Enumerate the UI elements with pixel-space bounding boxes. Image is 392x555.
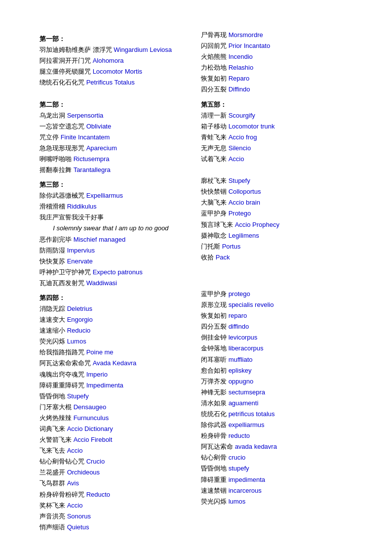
list-item: 给我指路指路咒 Poine me [39,347,191,358]
list-item: 原形立现 specialis revelio [201,299,353,310]
list-item: 收拾 Pack [201,252,353,263]
marauders-oath: I solemnly swear that I am up to no good [39,223,191,234]
list-item: 飞鸟群群 Avis [39,478,191,489]
list-item: 火焰熊熊 Incendio [201,51,353,62]
list-item: 倒挂金钟 levicorpus [201,332,353,343]
list-item: 火烤热辣辣 Furnunculus [39,413,191,424]
list-item: 腿立僵停死锁腿咒 Locomotor Mortis [39,66,191,77]
list-item: 尸骨再现 Morsmordre [201,30,353,41]
list-item: 滑稽滑稽 Riddikulus [39,201,191,212]
list-item: 恢复如初 reparo [201,310,353,321]
list-item: 粉身碎骨粉碎咒 Reducto [39,489,191,500]
list-item: 廓杖飞来 Stupefy [201,175,353,186]
list-item: 四分五裂 diffindo [201,321,353,332]
list-item: 除你武器 expelliarmus [201,420,353,430]
list-item: 乌龙出洞 Serpensortia [39,110,191,121]
list-item: 预言球飞来 Accio Prophecy [201,219,353,230]
list-item: 消隐无踪 Deletrius [39,303,191,314]
list-item: 闭耳塞听 muffliato [201,354,353,365]
list-item: 障碍重重障碍咒 Impedimenta [39,380,191,391]
list-item: 速速禁锢 incarcerous [201,485,353,496]
list-item: 门托斯 Portus [201,241,353,252]
list-item: 箱子移动 Locomotor trunk [201,121,353,132]
list-item: 大脑飞来 Accio brain [201,197,353,208]
list-item: 神锋无影 sectumsepra [201,387,353,398]
part3-section: 第三部： 除你武器缴械咒 Expelliarmus 滑稽滑稽 Riddikulu… [39,175,353,289]
list-item: 阿瓦达索命索命咒 Avada Kedavra [39,358,191,369]
list-item: 快快复苏 Enervate [39,256,191,267]
part1-right: 尸骨再现 Morsmordre 闪回前咒 Prior Incantato 火焰熊… [196,30,353,95]
list-item: 急急现形现形咒 Aparecium [39,143,191,154]
list-item: 防雨防湿 Impervius [39,245,191,256]
list-item: 门牙塞大棍 Densaugeo [39,402,191,413]
list-item: 速速缩小 Reducio [39,325,191,336]
part3-left: 第三部： 除你武器缴械咒 Expelliarmus 滑稽滑稽 Riddikulu… [39,175,196,289]
part2-section: 第二部： 乌龙出洞 Serpensortia 一忘皆空遗忘咒 Obliviate… [39,95,353,176]
list-item: 荧光闪烁 lumos [201,496,353,507]
part3-right: 廓杖飞来 Stupefy 快快禁锢 Colloportus 大脑飞来 Accio… [196,175,353,289]
list-item: 青蛙飞来 Accio frog [201,132,353,143]
list-item: 粉身碎骨 reducto [201,430,353,441]
list-item: 钻心剜骨 crucio [201,452,353,463]
list-item: 羽加迪姆勒维奥萨 漂浮咒 Wingardium Leviosa [39,44,191,55]
part2-right: 第五部： 清理一新 Scourgify 箱子移动 Locomotor trunk… [196,95,353,176]
list-item: 呼神护卫守护神咒 Expecto patronus [39,267,191,278]
list-item: 清水如泉 aguamenti [201,398,353,409]
list-item: 速速变大 Engorgio [39,314,191,325]
part4-section: 第四部： 消隐无踪 Deletrius 速速变大 Engorgio 速速缩小 R… [39,289,353,533]
list-item: 瓦迪瓦西发射咒 Waddiwasi [39,278,191,289]
list-item: 火警箭飞来 Accio Firebolt [39,434,191,445]
list-item: 障碍重重 impedimenta [201,474,353,485]
list-item: 词典飞来 Accio Dictionary [39,424,191,434]
part3-title: 第三部： [39,180,191,189]
page-content: 第一部： 羽加迪姆勒维奥萨 漂浮咒 Wingardium Leviosa 阿拉霍… [39,30,353,533]
list-item: 闪回前咒 Prior Incantato [201,41,353,51]
list-item: 奖杯飞来 Accio [39,500,191,511]
list-item: 金钟落地 liberacorpus [201,343,353,354]
list-item: 快快禁锢 Colloportus [201,186,353,197]
list-item: 声音洪亮 Sonorus [39,511,191,522]
list-item: 无声无息 Silencio [201,143,353,154]
part2-left: 第二部： 乌龙出洞 Serpensortia 一忘皆空遗忘咒 Obliviate… [39,95,196,176]
list-item: 一忘皆空遗忘咒 Obliviate [39,121,191,132]
list-item: 愈合如初 epliskey [201,365,353,376]
part1-left: 第一部： 羽加迪姆勒维奥萨 漂浮咒 Wingardium Leviosa 阿拉霍… [39,30,196,95]
part2-title: 第二部： [39,100,191,109]
list-item: 咒立停 Finite Incantatem [39,132,191,143]
list-item: 摇翻泰拉舞 Tarantallegra [39,165,191,175]
list-item: 我庄严宣誓我没干好事 [39,212,191,223]
list-item: 蓝甲护身 Protego [201,208,353,219]
list-item: 昏昏倒地 stupefy [201,463,353,474]
part1-section: 第一部： 羽加迪姆勒维奥萨 漂浮咒 Wingardium Leviosa 阿拉霍… [39,30,353,95]
part4-title: 第四部： [39,294,191,302]
part4-right: 蓝甲护身 protego 原形立现 specialis revelio 恢复如初… [196,289,353,533]
list-item: 万弹齐发 oppugno [201,376,353,387]
list-item: 恶作剧完毕 Mischief managed [39,234,191,245]
list-item: 蓝甲护身 protego [201,289,353,299]
list-item: 力松劲地 Relashio [201,62,353,73]
list-item: 魂魄出窍夺魂咒 Imperio [39,369,191,380]
list-item: 绕统石化石化咒 Petrificus Totalus [39,77,191,88]
part4-left: 第四部： 消隐无踪 Deletrius 速速变大 Engorgio 速速缩小 R… [39,289,196,533]
list-item: 飞来飞去 Accio [39,445,191,456]
list-item: 统统石化 petrificus totalus [201,409,353,420]
list-item: 悄声细语 Quietus [39,522,191,533]
list-item: 恢复如初 Reparo [201,73,353,84]
list-item: 昏昏倒地 Stupefy [39,391,191,402]
list-item: 咧嘴呼啪啪 Rictusempra [39,154,191,165]
list-item: 除你武器缴械咒 Expelliarmus [39,190,191,201]
list-item: 钻心剜骨钻心咒 Crucio [39,456,191,467]
list-item: 清理一新 Scourgify [201,110,353,121]
list-item: 试着飞来 Accio [201,154,353,165]
list-item: 兰花盛开 Orchideous [39,467,191,478]
list-item: 四分五裂 Diffindo [201,84,353,95]
list-item: 阿瓦达索命 avada kedavra [201,441,353,452]
part1-title: 第一部： [39,35,191,43]
list-item: 摄神取念 Legilimens [201,230,353,241]
list-item: 阿拉霍洞开开门咒 Alohomora [39,55,191,66]
list-item: 荧光闪烁 Lumos [39,336,191,347]
part5-title: 第五部： [201,100,353,109]
